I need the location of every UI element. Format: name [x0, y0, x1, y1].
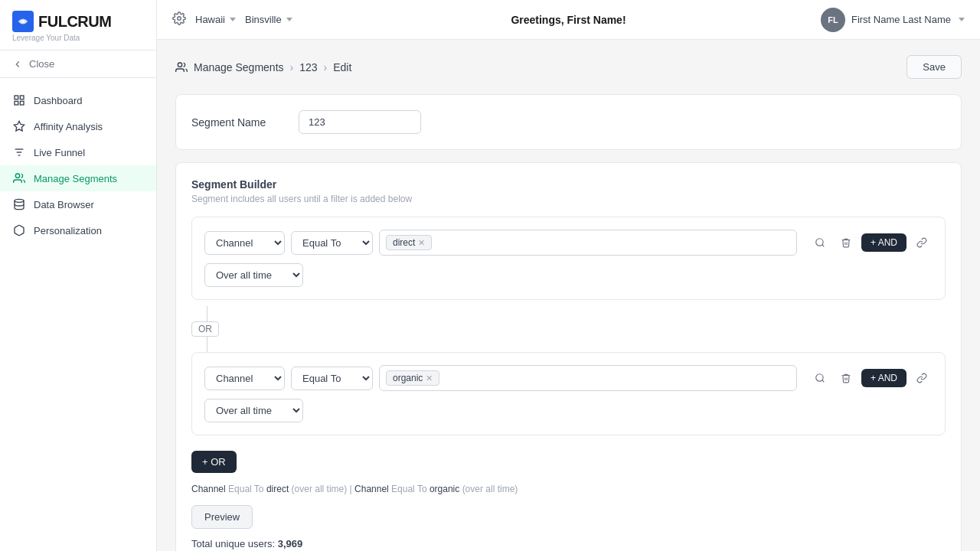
sidebar-item-browser[interactable]: Data Browser [0, 191, 156, 217]
preview-button[interactable]: Preview [191, 505, 253, 529]
svg-point-11 [178, 63, 181, 67]
logo-tagline: Leverage Your Data [12, 34, 144, 42]
filter-1-value-area: direct ✕ [379, 230, 797, 256]
summary-text: Channel Equal To direct (over all time) … [191, 484, 946, 494]
svg-rect-3 [15, 101, 18, 105]
svg-rect-1 [20, 96, 24, 99]
svg-marker-4 [14, 121, 24, 131]
breadcrumb: Manage Segments › 123 › Edit [175, 61, 351, 73]
breadcrumb-segment-id[interactable]: 123 [299, 61, 317, 73]
binsville-dropdown[interactable]: Binsville [245, 14, 292, 25]
builder-title: Segment Builder [191, 178, 946, 191]
svg-point-14 [816, 374, 823, 381]
or-connector-area: OR [191, 306, 946, 352]
topbar-left: Hawaii Binsville [172, 11, 428, 28]
chevron-down-icon [230, 18, 236, 21]
or-line-bottom [207, 337, 207, 352]
filter-1-time-select[interactable]: Over all time [204, 263, 303, 287]
filter-2-time-select[interactable]: Over all time [204, 399, 303, 422]
sidebar-item-label: Personalization [34, 225, 102, 236]
segment-name-card: Segment Name [175, 94, 962, 150]
filter-block-1: Channel Equal To direct ✕ [191, 217, 946, 300]
filter-1-tag-direct: direct ✕ [386, 235, 432, 250]
filter-1-actions: + AND [809, 232, 933, 253]
sidebar-item-affinity[interactable]: Affinity Analysis [0, 113, 156, 139]
breadcrumb-root[interactable]: Manage Segments [194, 61, 284, 73]
filter-1-search-icon[interactable] [809, 232, 831, 253]
filter-2-search-icon[interactable] [809, 367, 831, 389]
filter-2-value-area: organic ✕ [379, 365, 797, 391]
total-label: Total unique users: [191, 538, 275, 549]
svg-rect-2 [20, 101, 24, 105]
svg-point-9 [15, 199, 24, 202]
manage-segments-icon [175, 61, 188, 73]
svg-line-15 [822, 380, 825, 383]
segment-name-label: Segment Name [191, 116, 283, 129]
filter-1-link-icon[interactable] [911, 232, 933, 253]
sidebar-item-dashboard[interactable]: Dashboard [0, 87, 156, 113]
sidebar-item-personalization[interactable]: Personalization [0, 217, 156, 243]
segment-name-input[interactable] [299, 110, 421, 134]
sidebar-item-label: Live Funnel [34, 147, 85, 158]
sidebar-item-label: Manage Segments [34, 173, 117, 184]
filter-2-tag-remove[interactable]: ✕ [426, 373, 433, 383]
sidebar-item-funnel[interactable]: Live Funnel [0, 139, 156, 165]
svg-rect-0 [15, 96, 18, 99]
breadcrumb-sep-2: › [324, 61, 328, 73]
svg-point-8 [15, 174, 19, 178]
filter-2-and-button[interactable]: + AND [861, 369, 906, 387]
chevron-left-icon [12, 59, 23, 70]
filter-2-tag-label: organic [393, 373, 423, 383]
topbar: Hawaii Binsville Greetings, First Name! … [157, 0, 980, 40]
or-line-top [207, 306, 207, 321]
filter-1-tag-label: direct [393, 237, 415, 248]
close-label: Close [29, 58, 54, 70]
filter-1-field-select[interactable]: Channel [204, 231, 285, 255]
sidebar-nav: Dashboard Affinity Analysis Live Funnel … [0, 78, 156, 551]
filter-2-tag-organic: organic ✕ [386, 370, 439, 386]
sidebar-item-segments[interactable]: Manage Segments [0, 165, 156, 191]
content-area: Manage Segments › 123 › Edit Save Segmen… [157, 40, 980, 551]
filter-2-field-select[interactable]: Channel [204, 367, 285, 390]
user-name: First Name Last Name [851, 14, 951, 25]
total-users-text: Total unique users: 3,969 [191, 538, 946, 549]
filter-1-and-button[interactable]: + AND [861, 233, 906, 252]
sidebar-item-label: Data Browser [34, 199, 94, 210]
hawaii-dropdown[interactable]: Hawaii [195, 14, 236, 25]
logo-area: FULCRUM Leverage Your Data [0, 0, 156, 51]
database-icon [12, 197, 26, 211]
box-icon [12, 223, 26, 237]
filter-2-delete-icon[interactable] [835, 367, 857, 389]
topbar-right: FL First Name Last Name [709, 8, 965, 32]
sidebar: FULCRUM Leverage Your Data Close Dashboa… [0, 0, 157, 551]
filter-2-link-icon[interactable] [911, 367, 933, 389]
sidebar-item-label: Dashboard [34, 95, 83, 106]
star-icon [12, 119, 26, 133]
filter-2-actions: + AND [809, 367, 933, 389]
svg-line-13 [822, 245, 825, 247]
filter-1-delete-icon[interactable] [835, 232, 857, 253]
grid-icon [12, 93, 26, 107]
filter-2-operator-select[interactable]: Equal To [291, 367, 373, 390]
breadcrumb-current: Edit [333, 61, 351, 73]
close-nav-item[interactable]: Close [0, 51, 156, 78]
add-or-button[interactable]: + OR [191, 451, 237, 473]
filter-block-2: Channel Equal To organic ✕ [191, 352, 946, 435]
or-badge: OR [191, 321, 219, 337]
total-value: 3,969 [278, 538, 303, 549]
funnel-icon [12, 145, 26, 159]
logo-icon [12, 11, 34, 32]
filter-1-operator-select[interactable]: Equal To [291, 231, 373, 255]
breadcrumb-sep-1: › [290, 61, 294, 73]
avatar: FL [821, 8, 845, 32]
chevron-down-icon [286, 18, 292, 21]
chevron-down-icon[interactable] [959, 18, 965, 21]
svg-point-12 [816, 239, 823, 246]
users-icon [12, 171, 26, 185]
breadcrumb-bar: Manage Segments › 123 › Edit Save [175, 55, 962, 79]
logo-name: FULCRUM [38, 13, 111, 31]
save-button[interactable]: Save [906, 55, 962, 79]
settings-icon[interactable] [172, 11, 186, 28]
filter-1-tag-remove[interactable]: ✕ [418, 238, 425, 248]
builder-subtitle: Segment includes all users until a filte… [191, 194, 946, 204]
